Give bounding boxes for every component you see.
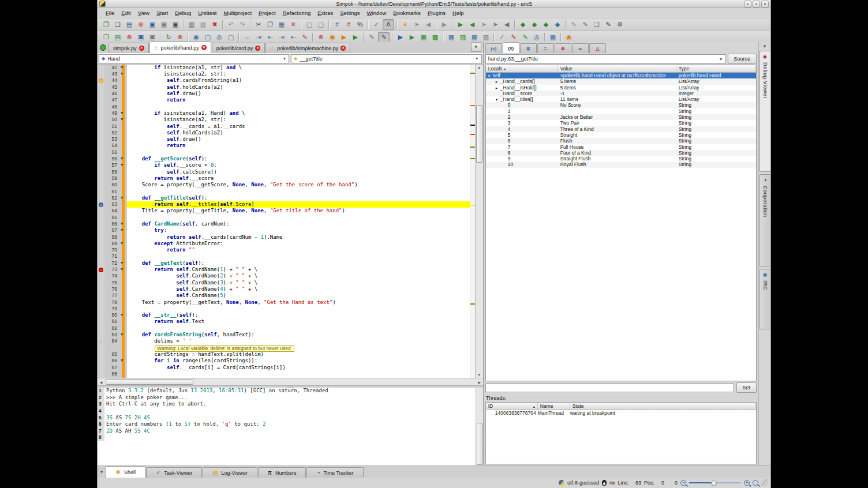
chart-icon[interactable]: ▨ bbox=[458, 32, 468, 42]
menu-unittest[interactable]: Unittest bbox=[194, 9, 220, 17]
fold-margin[interactable] bbox=[119, 318, 127, 325]
fold-margin[interactable] bbox=[119, 345, 127, 351]
breakpoint-margin[interactable] bbox=[98, 156, 104, 162]
code-line[interactable]: 65 bbox=[98, 215, 470, 221]
breakpoint-margin[interactable] bbox=[98, 286, 104, 292]
close-icon[interactable]: ✕ bbox=[201, 45, 207, 50]
locals-row[interactable]: 5StraightString bbox=[486, 132, 756, 138]
column-header-name[interactable]: Name bbox=[538, 403, 570, 410]
fold-margin[interactable] bbox=[119, 299, 127, 306]
step-icon[interactable]: ➤ bbox=[478, 20, 489, 29]
line-number[interactable]: 86 bbox=[104, 358, 119, 364]
paste-icon[interactable]: ▦ bbox=[276, 20, 287, 29]
fold-margin[interactable] bbox=[119, 182, 127, 188]
code-line[interactable]: 48 bbox=[98, 104, 470, 110]
code-line[interactable]: 49▼ if isinstance(a1, Hand) and \ bbox=[98, 110, 470, 117]
debug-restart-icon[interactable]: ◉ bbox=[327, 32, 338, 42]
fold-margin[interactable] bbox=[119, 215, 127, 221]
code-line[interactable]: 78 Text = property(__getText, None, None… bbox=[98, 299, 470, 306]
indent-icon[interactable]: ⇥ bbox=[253, 32, 264, 42]
code-line[interactable]: 79 bbox=[98, 306, 470, 312]
code-line[interactable]: 64 Title = property(__getTitle, None, No… bbox=[98, 208, 470, 214]
autospell-icon[interactable]: A bbox=[383, 19, 394, 30]
code-line[interactable]: 52 self.holdCards(a2) bbox=[98, 130, 470, 136]
call-stack-tab[interactable]: ≣ bbox=[520, 43, 537, 53]
breakpoint-margin[interactable] bbox=[98, 104, 104, 110]
fold-margin[interactable] bbox=[119, 234, 127, 241]
line-number[interactable]: 46 bbox=[104, 91, 119, 97]
fold-margin[interactable] bbox=[119, 306, 127, 312]
line-number[interactable]: 69 bbox=[104, 241, 119, 247]
fold-arrow-icon[interactable]: ▼ bbox=[121, 377, 123, 378]
zoom-out-icon[interactable]: − bbox=[680, 480, 686, 486]
fold-arrow-icon[interactable]: ▼ bbox=[121, 266, 123, 273]
menu-start[interactable]: Start bbox=[153, 9, 171, 17]
line-number[interactable]: 44 bbox=[104, 77, 119, 84]
resize-grip[interactable] bbox=[761, 479, 768, 486]
print-icon[interactable]: ▥ bbox=[186, 20, 197, 29]
line-number[interactable] bbox=[104, 345, 119, 351]
code-line[interactable]: 46 self.draw() bbox=[98, 91, 470, 97]
line-number[interactable]: 62 bbox=[104, 195, 119, 201]
delete-icon[interactable]: ✕ bbox=[288, 20, 298, 29]
locals-row[interactable]: _Hand__score-1Integer bbox=[486, 91, 756, 96]
fold-margin[interactable]: ▼ bbox=[119, 227, 127, 234]
code-line[interactable]: 80▼ def __str__(self): bbox=[98, 312, 470, 318]
locals-row[interactable]: 8Four of a KindString bbox=[486, 150, 756, 156]
fold-margin[interactable]: ▼ bbox=[119, 332, 127, 338]
filter-icon[interactable]: ▼ bbox=[99, 467, 104, 476]
debug-stop-icon[interactable]: ⊗ bbox=[316, 32, 326, 42]
code-line[interactable]: 67▼ try: bbox=[98, 227, 470, 234]
menu-settings[interactable]: Settings bbox=[336, 9, 363, 17]
breakpoint-margin[interactable] bbox=[98, 91, 104, 97]
breakpoint-margin[interactable] bbox=[98, 175, 104, 182]
fold-margin[interactable] bbox=[119, 280, 127, 286]
code-line[interactable]: 75 self.CardName(3) + " " + \ bbox=[98, 280, 470, 286]
fold-margin[interactable] bbox=[119, 351, 127, 358]
fold-margin[interactable] bbox=[119, 142, 127, 149]
goto-percent-icon[interactable]: % bbox=[355, 20, 365, 29]
web-browser-icon[interactable]: ◎ bbox=[532, 32, 542, 42]
exceptions-tab[interactable]: △ bbox=[589, 43, 606, 53]
step-out-icon[interactable]: ◀ bbox=[502, 20, 512, 29]
collapse-icon[interactable]: ▾ bbox=[488, 73, 493, 78]
breakpoint-margin[interactable] bbox=[98, 325, 104, 332]
fold-margin[interactable]: ▼ bbox=[119, 195, 127, 201]
fold-margin[interactable] bbox=[119, 104, 127, 110]
menu-refactoring[interactable]: Refactoring bbox=[279, 9, 315, 17]
breakpoint-margin[interactable] bbox=[98, 142, 104, 149]
redo-icon[interactable]: ↷ bbox=[237, 20, 248, 29]
code-line[interactable]: 85 cardStrings = handText.split(delim) bbox=[98, 351, 470, 358]
breakpoint-margin[interactable] bbox=[98, 345, 104, 351]
breakpoint-icon[interactable]: ✕ bbox=[99, 268, 103, 272]
goto-icon[interactable]: ⇔ bbox=[242, 32, 252, 42]
menu-multiproject[interactable]: Multiproject bbox=[220, 9, 255, 17]
side-tab-irc[interactable]: ◉IRC bbox=[760, 269, 770, 329]
code-line[interactable]: ⚠84 delims = ' ' bbox=[98, 338, 470, 344]
expand-icon[interactable]: ▸ bbox=[496, 79, 500, 84]
tasks-icon[interactable]: ▦ bbox=[469, 32, 480, 42]
breakpoint-margin[interactable] bbox=[98, 110, 104, 117]
editor-tab[interactable]: ⚠pokerlib/simplemachine.py✕ bbox=[265, 43, 350, 53]
line-number[interactable]: 66 bbox=[104, 221, 119, 227]
note-icon[interactable]: ❏ bbox=[592, 20, 602, 29]
expand-icon[interactable]: ▸ bbox=[496, 85, 500, 91]
close-project-icon[interactable]: ⊗ bbox=[124, 32, 134, 42]
code-line[interactable]: 83▼ def cardsFromString(self, handText): bbox=[98, 332, 470, 338]
source-button[interactable]: Source bbox=[728, 54, 757, 64]
fold-margin[interactable] bbox=[119, 273, 127, 279]
close-all-icon[interactable]: ✖ bbox=[209, 20, 220, 29]
tab-time-tracker[interactable]: ◔Time Tracker bbox=[306, 467, 363, 478]
line-number[interactable]: 53 bbox=[104, 136, 119, 142]
class-combo[interactable]: ◆ Hand ▼ bbox=[99, 54, 289, 63]
line-number[interactable]: 59 bbox=[104, 175, 119, 182]
vcs-add-icon[interactable]: ◆ bbox=[529, 20, 540, 29]
locals-row[interactable]: 2Jacks or BetterString bbox=[486, 114, 756, 120]
breakpoint-margin[interactable] bbox=[98, 306, 104, 312]
fold-margin[interactable] bbox=[119, 247, 127, 253]
call-trace-tab[interactable]: ∷ bbox=[537, 43, 554, 53]
shell-scrollbar[interactable] bbox=[476, 388, 483, 466]
locals-row[interactable]: ▸_Hand__cards[]5 itemsList/Array bbox=[486, 78, 756, 84]
fold-margin[interactable]: ▼ bbox=[119, 260, 127, 266]
breakpoint-margin[interactable] bbox=[98, 299, 104, 306]
